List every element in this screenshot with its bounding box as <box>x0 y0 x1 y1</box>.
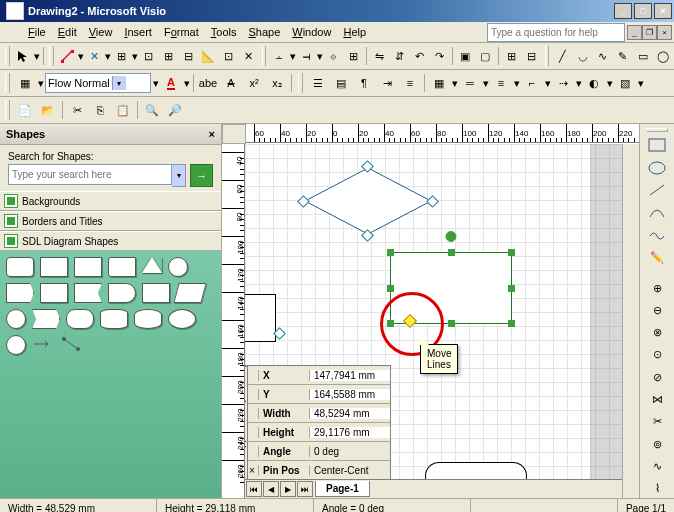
grid-icon[interactable]: ⊞ <box>159 45 178 67</box>
shape-process[interactable] <box>40 257 68 277</box>
resize-handle-nw[interactable] <box>387 249 394 256</box>
transparency-icon[interactable]: ◐ <box>583 72 605 94</box>
size-width-value[interactable]: 48,5294 mm <box>310 408 390 419</box>
ellipse-draw-icon[interactable] <box>645 159 669 177</box>
guides-icon[interactable]: ⊟ <box>179 45 198 67</box>
menu-window[interactable]: Window <box>286 24 337 40</box>
group-icon[interactable]: ⊞ <box>502 45 521 67</box>
rotate-right-icon[interactable]: ↷ <box>430 45 449 67</box>
intersect-icon[interactable]: ⊙ <box>645 346 669 364</box>
stencil-borders[interactable]: Borders and Titles <box>0 211 221 231</box>
shape-card[interactable] <box>40 283 68 303</box>
flip-v-icon[interactable]: ⇵ <box>390 45 409 67</box>
shape-pill[interactable] <box>66 309 94 329</box>
layers-icon[interactable]: ☰ <box>307 72 329 94</box>
minimize-button[interactable]: _ <box>614 3 632 19</box>
text-block-icon[interactable]: ▤ <box>330 72 352 94</box>
resize-handle-n[interactable] <box>448 249 455 256</box>
shape-dynamic-connector[interactable] <box>60 335 82 353</box>
combine-icon[interactable]: ⊖ <box>645 301 669 319</box>
layout-shapes-icon[interactable]: ⊞ <box>344 45 363 67</box>
corners-icon[interactable]: ⌐ <box>521 72 543 94</box>
stamp-tool-icon[interactable]: ⊞ <box>112 45 131 67</box>
pointer-tool-icon[interactable] <box>14 45 33 67</box>
shape-oval[interactable] <box>168 309 196 329</box>
offset-icon[interactable]: ⊚ <box>645 435 669 453</box>
dropdown-icon[interactable]: ▾ <box>78 46 84 66</box>
para-icon[interactable]: ¶ <box>353 72 375 94</box>
menu-help[interactable]: Help <box>337 24 372 40</box>
resize-handle-se[interactable] <box>508 320 515 327</box>
rectangle-tool-icon[interactable]: ▭ <box>633 45 652 67</box>
horizontal-ruler[interactable]: 604020020406080100120140160180200220 <box>246 124 639 143</box>
ellipse-tool-icon[interactable]: ◯ <box>653 45 672 67</box>
menu-format[interactable]: Format <box>158 24 205 40</box>
shape-terminator[interactable] <box>6 257 34 277</box>
mdi-minimize[interactable]: _ <box>627 25 642 40</box>
font-color-icon[interactable]: A <box>160 72 182 94</box>
shape-db[interactable] <box>134 309 162 329</box>
resize-handle-e[interactable] <box>508 285 515 292</box>
menu-shape[interactable]: Shape <box>242 24 286 40</box>
drawing-canvas[interactable]: Move Lines Size & Positio... X147,7941 m… <box>245 144 622 498</box>
flip-h-icon[interactable]: ⇋ <box>370 45 389 67</box>
cut-icon[interactable]: ✂ <box>66 99 88 121</box>
distribute-icon[interactable]: ⫤ <box>297 45 316 67</box>
zoom-in-icon[interactable]: 🔍 <box>141 99 163 121</box>
resize-handle-s[interactable] <box>448 320 455 327</box>
shadow-icon[interactable]: ▧ <box>614 72 636 94</box>
menu-insert[interactable]: Insert <box>118 24 158 40</box>
send-back-icon[interactable]: ▢ <box>476 45 495 67</box>
zoom-out-icon[interactable]: 🔎 <box>164 99 186 121</box>
shape-decision[interactable] <box>303 166 433 236</box>
size-y-value[interactable]: 164,5588 mm <box>310 389 390 400</box>
stencil-sdl[interactable]: SDL Diagram Shapes <box>0 231 221 251</box>
mdi-restore[interactable]: ❐ <box>642 25 657 40</box>
size-height-value[interactable]: 29,1176 mm <box>310 427 390 438</box>
menu-view[interactable]: View <box>83 24 119 40</box>
ruler-icon[interactable]: 📐 <box>199 45 218 67</box>
fragment-icon[interactable]: ⊗ <box>645 324 669 342</box>
union-icon[interactable]: ⊕ <box>645 279 669 297</box>
connect-shapes-icon[interactable]: ⟐ <box>324 45 343 67</box>
shape-node[interactable] <box>6 335 26 355</box>
freeform-tool-icon[interactable]: ∿ <box>593 45 612 67</box>
fit-curve-icon[interactable]: ∿ <box>645 457 669 475</box>
line-tool-icon[interactable]: ╱ <box>553 45 572 67</box>
shape-connector[interactable] <box>168 257 188 277</box>
shapes-pane-close-icon[interactable]: × <box>209 128 215 140</box>
rotation-handle[interactable] <box>446 231 457 242</box>
paste-icon[interactable]: 📋 <box>112 99 134 121</box>
page-tab-1[interactable]: Page-1 <box>315 481 370 497</box>
open-icon[interactable]: 📂 <box>37 99 59 121</box>
trim-icon[interactable]: ✂ <box>645 413 669 431</box>
dropdown-icon[interactable]: ▾ <box>34 46 40 66</box>
rectangle-draw-icon[interactable] <box>645 136 669 154</box>
line-pattern-icon[interactable]: ═ <box>459 72 481 94</box>
line-weight-icon[interactable]: ≡ <box>490 72 512 94</box>
small-caps-icon[interactable]: abe <box>197 72 219 94</box>
connector-tool-icon[interactable] <box>58 45 77 67</box>
strikethrough-icon[interactable]: A <box>220 72 242 94</box>
vertical-scrollbar[interactable] <box>622 144 639 498</box>
size-panel-tab[interactable]: Size & Positio... <box>245 366 248 485</box>
shape-connector-line[interactable] <box>32 335 54 353</box>
shape-display[interactable] <box>108 283 136 303</box>
bring-front-icon[interactable]: ▣ <box>456 45 475 67</box>
tab-first-icon[interactable]: ⏮ <box>246 481 262 497</box>
freeform-draw-icon[interactable] <box>645 226 669 244</box>
vertical-ruler[interactable]: 406080100120140160180200220240260 <box>222 144 245 498</box>
copy-icon[interactable]: ⎘ <box>89 99 111 121</box>
rotate-left-icon[interactable]: ↶ <box>410 45 429 67</box>
superscript-icon[interactable]: x² <box>243 72 265 94</box>
shape-predef[interactable] <box>142 283 170 303</box>
tab-next-icon[interactable]: ▶ <box>280 481 296 497</box>
shape-cyl[interactable] <box>100 309 128 329</box>
subscript-icon[interactable]: x₂ <box>266 72 288 94</box>
size-angle-value[interactable]: 0 deg <box>310 446 390 457</box>
tab-last-icon[interactable]: ⏭ <box>297 481 313 497</box>
custom-fit-icon[interactable]: ⌇ <box>645 480 669 498</box>
new-icon[interactable]: 📄 <box>14 99 36 121</box>
search-go-button[interactable]: → <box>190 164 213 187</box>
connection-point-icon[interactable]: ✕ <box>85 45 104 67</box>
